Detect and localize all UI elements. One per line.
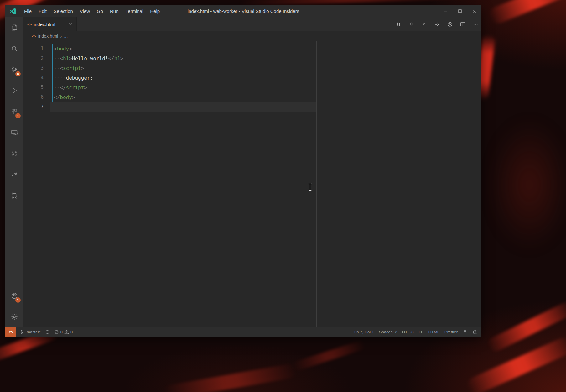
language-mode-status[interactable]: HTML bbox=[428, 330, 439, 334]
code-line-3[interactable]: 3··<script> bbox=[23, 63, 481, 73]
sync-status[interactable] bbox=[45, 330, 50, 334]
activity-live-share[interactable] bbox=[5, 164, 23, 185]
activity-remote-explorer[interactable] bbox=[5, 122, 23, 143]
code-line-4[interactable]: 4····debugger; bbox=[23, 73, 481, 83]
line-number[interactable]: 7 bbox=[23, 102, 44, 112]
more-actions-icon[interactable] bbox=[471, 20, 480, 28]
menu-help[interactable]: Help bbox=[147, 5, 163, 17]
notifications-bell-icon[interactable] bbox=[472, 330, 477, 334]
wallpaper-streak bbox=[465, 335, 566, 392]
wallpaper-streak bbox=[489, 119, 566, 251]
warning-count: 0 bbox=[70, 330, 73, 334]
github-pull-request-icon bbox=[11, 192, 18, 199]
breadcrumb-symbol[interactable]: ... bbox=[64, 34, 68, 39]
menu-go[interactable]: Go bbox=[93, 5, 106, 17]
breadcrumb-file[interactable]: index.html bbox=[38, 34, 58, 39]
code-line-7[interactable]: 7 bbox=[23, 102, 481, 112]
activity-bar-bottom: 1 bbox=[5, 285, 23, 327]
compass-icon bbox=[11, 150, 18, 157]
branch-status[interactable]: master* bbox=[20, 330, 41, 334]
menu-edit[interactable]: Edit bbox=[35, 5, 50, 17]
run-icon[interactable] bbox=[446, 20, 454, 28]
menu-terminal[interactable]: Terminal bbox=[122, 5, 147, 17]
nav-next-icon[interactable] bbox=[433, 20, 441, 28]
line-content: </body> bbox=[44, 92, 75, 102]
plug-icon[interactable] bbox=[463, 330, 467, 334]
encoding-status[interactable]: UTF-8 bbox=[402, 330, 414, 334]
settings-icon bbox=[11, 313, 18, 321]
activity-source-control[interactable]: 8 bbox=[5, 59, 23, 80]
code-line-5[interactable]: 5··</script> bbox=[23, 83, 481, 92]
activity-extensions[interactable]: 1 bbox=[5, 101, 23, 122]
line-number[interactable]: 6 bbox=[23, 92, 44, 102]
accounts-badge: 1 bbox=[15, 297, 21, 303]
problems-status[interactable]: 0 0 bbox=[54, 330, 73, 334]
code-lines: 1<body>2··<h1>Hello world!</h1>3··<scrip… bbox=[23, 44, 481, 112]
tab-index-html[interactable]: <> index.html bbox=[23, 17, 77, 31]
status-bar: >< master* 0 0 bbox=[5, 327, 481, 337]
remote-indicator[interactable]: >< bbox=[5, 327, 16, 337]
line-content bbox=[44, 102, 54, 112]
split-editor-icon[interactable] bbox=[459, 20, 467, 28]
code-line-2[interactable]: 2··<h1>Hello world!</h1> bbox=[23, 54, 481, 63]
nav-previous-icon[interactable] bbox=[407, 20, 415, 28]
remote-explorer-icon bbox=[11, 129, 18, 136]
breadcrumb: <> index.html › ... bbox=[23, 31, 481, 41]
activity-explorer[interactable] bbox=[5, 17, 23, 38]
line-content: ····debugger; bbox=[44, 73, 93, 83]
formatter-status[interactable]: Prettier bbox=[444, 330, 458, 334]
code-line-1[interactable]: 1<body> bbox=[23, 44, 481, 54]
menu-file[interactable]: File bbox=[21, 5, 35, 17]
activity-run-and-debug[interactable] bbox=[5, 80, 23, 101]
code-line-6[interactable]: 6</body> bbox=[23, 92, 481, 102]
minimize-button[interactable] bbox=[438, 5, 453, 17]
line-content: ··</script> bbox=[44, 83, 87, 92]
window-title: index.html - web-worker - Visual Studio … bbox=[188, 5, 299, 17]
activity-compass[interactable] bbox=[5, 143, 23, 164]
close-button[interactable] bbox=[467, 5, 481, 17]
menu-bar: FileEditSelectionViewGoRunTerminalHelp bbox=[21, 5, 163, 17]
line-number[interactable]: 2 bbox=[23, 54, 44, 63]
warning-icon bbox=[64, 330, 69, 334]
vscode-insiders-logo-icon[interactable] bbox=[9, 8, 16, 15]
line-number[interactable]: 3 bbox=[23, 63, 44, 73]
wallpaper-streak bbox=[487, 0, 566, 26]
wallpaper-streak bbox=[292, 340, 366, 372]
vscode-window: FileEditSelectionViewGoRunTerminalHelp i… bbox=[5, 5, 481, 337]
tab-close-icon[interactable] bbox=[67, 21, 74, 27]
line-content: ··<h1>Hello world!</h1> bbox=[44, 54, 123, 63]
run-and-debug-icon bbox=[11, 87, 18, 94]
line-number[interactable]: 4 bbox=[23, 73, 44, 83]
activity-accounts[interactable]: 1 bbox=[5, 285, 23, 306]
activity-search[interactable] bbox=[5, 38, 23, 59]
activity-github-pull-request[interactable] bbox=[5, 185, 23, 206]
title-bar: FileEditSelectionViewGoRunTerminalHelp i… bbox=[5, 5, 481, 17]
extensions-badge: 1 bbox=[15, 113, 21, 118]
menu-run[interactable]: Run bbox=[106, 5, 122, 17]
menu-selection[interactable]: Selection bbox=[50, 5, 76, 17]
cursor-position-status[interactable]: Ln 7, Col 1 bbox=[354, 330, 374, 334]
wallpaper-streak bbox=[163, 363, 298, 392]
search-icon bbox=[11, 45, 18, 52]
branch-label: master* bbox=[27, 330, 41, 334]
tab-label: index.html bbox=[34, 22, 65, 27]
editor-actions bbox=[394, 17, 481, 31]
code-editor[interactable]: 1<body>2··<h1>Hello world!</h1>3··<scrip… bbox=[23, 41, 481, 327]
maximize-button[interactable] bbox=[453, 5, 467, 17]
html-file-icon: <> bbox=[27, 22, 32, 27]
activity-bar-top: 81 bbox=[5, 17, 23, 285]
line-number[interactable]: 5 bbox=[23, 83, 44, 92]
status-bar-right: Ln 7, Col 1 Spaces: 2 UTF-8 LF HTML Pret… bbox=[354, 330, 481, 334]
line-number[interactable]: 1 bbox=[23, 44, 44, 54]
indentation-status[interactable]: Spaces: 2 bbox=[379, 330, 397, 334]
line-content: <body> bbox=[44, 44, 72, 54]
tab-bar: <> index.html bbox=[23, 17, 481, 31]
html-file-icon: <> bbox=[32, 34, 36, 39]
live-share-icon bbox=[11, 171, 18, 178]
activity-settings[interactable] bbox=[5, 306, 23, 327]
chevron-right-icon: › bbox=[60, 34, 62, 39]
eol-status[interactable]: LF bbox=[419, 330, 423, 334]
nav-center-icon[interactable] bbox=[420, 20, 428, 28]
open-changes-icon[interactable] bbox=[394, 20, 402, 28]
menu-view[interactable]: View bbox=[76, 5, 93, 17]
